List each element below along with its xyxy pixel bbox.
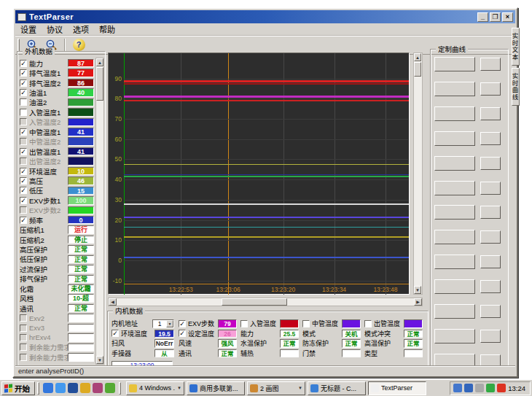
titlebar[interactable]: TextParser _ ❐ × <box>15 10 515 23</box>
curve-value-button[interactable] <box>480 230 501 244</box>
tray-icon-2[interactable] <box>464 384 473 392</box>
curve-name-button[interactable] <box>434 131 475 146</box>
checkbox[interactable] <box>364 320 372 327</box>
quick-launch-icon-1[interactable] <box>43 383 53 393</box>
scrollbar-thumb[interactable] <box>414 62 421 77</box>
menu-settings[interactable]: 设置 <box>15 23 42 36</box>
curve-name-button[interactable] <box>434 57 475 71</box>
scroll-up-icon[interactable]: ▲ <box>96 58 103 66</box>
checkbox[interactable] <box>20 118 27 125</box>
curve-value-button[interactable] <box>480 305 501 318</box>
chart-horizontal-scrollbar[interactable]: ◀ ▶ <box>108 298 423 306</box>
tray-icon-5[interactable] <box>497 384 506 392</box>
checkbox[interactable]: ✓ <box>20 197 27 204</box>
curve-value-button[interactable] <box>480 280 501 293</box>
tray-icon-1[interactable] <box>453 384 462 392</box>
curve-name-button[interactable] <box>434 205 475 220</box>
menu-help[interactable]: 帮助 <box>94 23 120 36</box>
plot-area[interactable]: 13:22:5313:23:0613:23:2013:23:3413:23:48… <box>108 53 410 295</box>
quick-launch-icon-5[interactable] <box>93 383 103 393</box>
chevron-down-icon[interactable]: ▼ <box>166 320 173 327</box>
indoor-row-label: 高温保护 <box>364 338 391 348</box>
checkbox[interactable] <box>240 320 248 327</box>
checkbox[interactable] <box>20 334 27 341</box>
checkbox[interactable] <box>20 158 27 165</box>
checkbox[interactable] <box>20 206 27 214</box>
curve-value-button[interactable] <box>480 255 501 268</box>
checkbox[interactable]: ✓ <box>20 148 27 155</box>
series-line-排气温度2 <box>124 83 409 85</box>
menu-protocol[interactable]: 协议 <box>42 23 68 36</box>
curve-name-button[interactable] <box>434 329 475 343</box>
checkbox[interactable] <box>20 138 27 145</box>
scroll-down-icon[interactable]: ▼ <box>96 356 103 364</box>
checkbox[interactable] <box>20 314 27 322</box>
checkbox[interactable]: ✓ <box>20 69 27 77</box>
curve-name-button[interactable] <box>434 156 475 171</box>
minimize-button[interactable]: _ <box>477 12 488 22</box>
curve-name-button[interactable] <box>434 82 475 96</box>
quick-launch-icon-2[interactable] <box>55 383 66 393</box>
task-button[interactable]: 2 画图▼ <box>247 381 305 395</box>
curve-value-button[interactable] <box>480 107 501 120</box>
checkbox[interactable]: ✓ <box>20 60 27 67</box>
quick-launch-icon-3[interactable] <box>68 383 78 393</box>
checkbox[interactable]: ✓ <box>20 177 27 185</box>
curve-name-button[interactable] <box>434 230 475 244</box>
scroll-up-icon[interactable]: ▲ <box>414 53 421 61</box>
tray-icon-4[interactable] <box>486 384 495 392</box>
checkbox[interactable]: ✓ <box>20 217 27 224</box>
chart-vertical-scrollbar[interactable]: ▲ ▼ <box>413 53 423 295</box>
checkbox[interactable] <box>302 320 310 327</box>
scroll-right-icon[interactable]: ▶ <box>414 298 422 306</box>
checkbox[interactable]: ✓ <box>179 330 186 337</box>
task-button[interactable]: 4 Windows ...▼ <box>126 381 184 395</box>
checkbox[interactable] <box>20 343 27 351</box>
y-axis-tick-label: 90 <box>109 75 122 82</box>
tab-realtime-text[interactable]: 实时文本 <box>512 28 520 66</box>
checkbox[interactable]: ✓ <box>20 89 27 96</box>
checkbox[interactable]: ✓ <box>20 79 27 87</box>
checkbox[interactable]: ✓ <box>20 187 27 194</box>
curve-value-button[interactable] <box>480 206 501 219</box>
curve-value-button[interactable] <box>480 182 501 195</box>
checkbox[interactable]: ✓ <box>112 330 119 337</box>
scroll-down-icon[interactable]: ▼ <box>414 286 421 294</box>
curve-name-button[interactable] <box>434 106 475 121</box>
restore-button[interactable]: ❐ <box>490 12 501 22</box>
left-panel-scrollbar[interactable]: ▲ ▼ <box>95 58 104 365</box>
checkbox[interactable] <box>20 98 27 106</box>
task-button[interactable]: 商用多联第... <box>187 381 245 395</box>
menu-options[interactable]: 选项 <box>68 23 94 36</box>
start-button[interactable]: 开始 <box>1 381 35 395</box>
quick-launch-icon-4[interactable] <box>80 383 90 393</box>
task-button-label: 无标题 - C... <box>321 384 363 393</box>
close-button[interactable]: × <box>502 12 513 22</box>
indoor-label-row: 入管温度 <box>240 319 276 329</box>
task-button[interactable]: TextParser <box>368 381 426 395</box>
checkbox[interactable] <box>20 354 27 361</box>
curve-value-button[interactable] <box>480 157 501 170</box>
indoor-address-dropdown[interactable]: 1▼ <box>152 319 174 328</box>
curve-value-button[interactable] <box>480 132 501 145</box>
checkbox[interactable]: ✓ <box>20 128 27 136</box>
curve-name-button[interactable] <box>434 279 475 294</box>
indoor-value-row: 26 <box>218 329 237 339</box>
task-button[interactable]: 无标题 - C... <box>308 381 366 395</box>
checkbox[interactable]: ✓ <box>20 168 27 175</box>
checkbox[interactable] <box>20 325 27 332</box>
tray-icon-3[interactable] <box>475 384 484 392</box>
curve-name-button[interactable] <box>434 181 475 195</box>
checkbox[interactable]: ✓ <box>179 320 186 327</box>
curve-name-button[interactable] <box>434 304 475 319</box>
tab-realtime-curve[interactable]: 实时曲线 <box>512 68 520 106</box>
quick-launch-icon-6[interactable] <box>105 383 115 393</box>
curve-value-button[interactable] <box>480 58 501 71</box>
curve-name-button[interactable] <box>434 255 475 269</box>
curve-value-button[interactable] <box>480 330 501 343</box>
scroll-left-icon[interactable]: ◀ <box>109 298 117 306</box>
curve-value-button[interactable] <box>480 82 501 96</box>
scrollbar-thumb[interactable] <box>222 298 287 306</box>
checkbox[interactable] <box>20 109 27 116</box>
scrollbar-thumb[interactable] <box>96 67 103 101</box>
